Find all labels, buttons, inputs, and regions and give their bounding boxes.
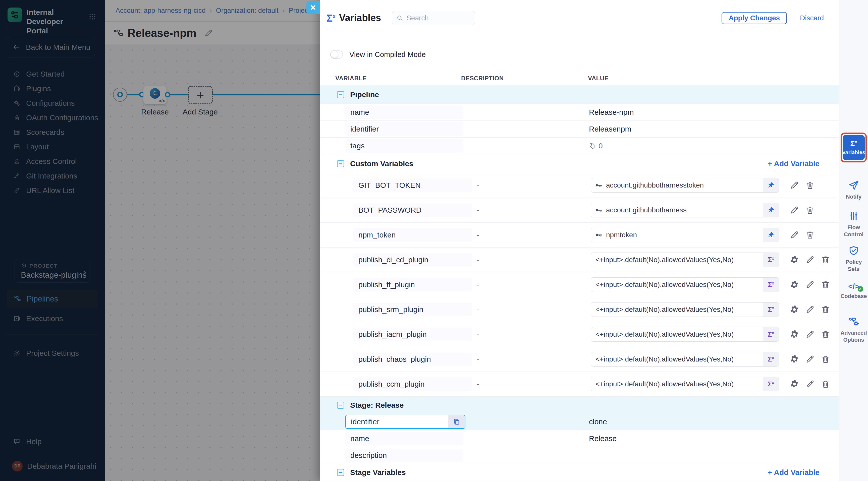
add-variable-button[interactable]: + Add Variable [768, 159, 819, 168]
input-type-button[interactable]: Σx [763, 352, 779, 366]
pin-button[interactable] [763, 228, 779, 242]
collapse-icon[interactable]: − [337, 160, 344, 167]
variable-description: - [461, 206, 588, 214]
delete-icon[interactable] [821, 305, 830, 314]
runtime-value: <+input>.default(No).allowedValues(Yes,N… [591, 256, 763, 264]
key-icon [595, 206, 602, 214]
variable-name: publish_srm_plugin [353, 303, 472, 316]
collapse-icon[interactable]: − [337, 469, 344, 476]
section-header-stage-variables: − Stage Variables + Add Variable [320, 464, 839, 481]
sigma-variables-icon: Σx [327, 13, 336, 23]
variable-description: - [461, 305, 588, 314]
tab-policy-sets[interactable]: Policy Sets [839, 245, 868, 272]
runtime-input[interactable]: <+input>.default(No).allowedValues(Yes,N… [591, 377, 779, 391]
collapse-icon[interactable]: − [337, 402, 344, 409]
collapse-icon[interactable]: − [337, 91, 344, 98]
delete-icon[interactable] [821, 379, 830, 389]
delete-icon[interactable] [821, 280, 830, 289]
secret-value-input[interactable]: account.githubbotharnesstoken [591, 178, 779, 193]
column-value: VALUE [588, 75, 839, 82]
edit-icon[interactable] [805, 330, 815, 339]
close-drawer-button[interactable]: ✕ [306, 1, 320, 14]
tab-label: Variables [842, 149, 865, 155]
key-icon [595, 231, 602, 239]
tab-flow-control[interactable]: Flow Control [839, 211, 868, 238]
compiled-mode-toggle[interactable] [330, 50, 343, 59]
runtime-input[interactable]: <+input>.default(No).allowedValues(Yes,N… [591, 253, 779, 267]
pin-button[interactable] [763, 178, 779, 192]
edit-icon[interactable] [789, 205, 799, 215]
tab-advanced-options[interactable]: Advanced Options [839, 316, 868, 344]
tab-label: Flow Control [839, 224, 868, 238]
delete-icon[interactable] [821, 330, 830, 339]
input-type-button[interactable]: Σx [763, 302, 779, 317]
edit-icon[interactable] [805, 305, 815, 314]
section-header-custom-variables: − Custom Variables + Add Variable [320, 154, 839, 173]
delete-icon[interactable] [805, 205, 815, 215]
add-variable-button[interactable]: + Add Variable [768, 468, 819, 477]
secret-value-input[interactable]: npmtoken [591, 228, 779, 242]
settings-icon[interactable] [789, 354, 799, 364]
edit-icon[interactable] [805, 379, 815, 389]
input-type-button[interactable]: Σx [763, 278, 779, 292]
table-row: GIT_BOT_TOKEN - account.githubbotharness… [320, 173, 839, 198]
variable-description: - [461, 355, 588, 363]
search-icon [396, 14, 403, 22]
section-header-stage-release: − Stage: Release [320, 397, 839, 414]
search-input[interactable] [406, 14, 464, 22]
edit-icon[interactable] [789, 181, 799, 190]
settings-icon[interactable] [789, 330, 799, 339]
variables-drawer: Σx Variables Apply Changes Discard View … [320, 0, 839, 481]
compiled-mode-row: View in Compiled Mode [330, 50, 839, 59]
delete-icon[interactable] [805, 230, 815, 240]
apply-changes-button[interactable]: Apply Changes [721, 12, 787, 24]
input-type-button[interactable]: Σx [763, 327, 779, 342]
table-header: VARIABLE DESCRIPTION VALUE [320, 75, 839, 82]
column-description: DESCRIPTION [461, 75, 588, 82]
identifier-input-value: identifier [346, 417, 448, 426]
variable-name: publish_ci_cd_plugin [353, 253, 472, 267]
edit-icon[interactable] [805, 280, 815, 289]
settings-icon[interactable] [789, 280, 799, 289]
input-type-button[interactable]: Σx [763, 377, 779, 391]
delete-icon[interactable] [821, 354, 830, 364]
discard-button[interactable]: Discard [800, 14, 824, 22]
modal-overlay[interactable] [0, 0, 320, 481]
settings-icon[interactable] [789, 255, 799, 265]
input-type-button[interactable]: Σx [763, 253, 779, 267]
variable-name: name [345, 432, 463, 445]
copy-button[interactable] [448, 415, 465, 428]
drawer-title: Variables [339, 12, 381, 23]
runtime-input[interactable]: <+input>.default(No).allowedValues(Yes,N… [591, 278, 779, 292]
edit-icon[interactable] [805, 354, 815, 364]
sigma-variables-icon: Σx [850, 140, 857, 147]
edit-icon[interactable] [789, 230, 799, 240]
section-label: Stage: Release [350, 401, 404, 410]
tab-notify[interactable]: Notify [839, 180, 868, 200]
edit-icon[interactable] [805, 255, 815, 265]
runtime-input[interactable]: <+input>.default(No).allowedValues(Yes,N… [591, 352, 779, 366]
settings-icon[interactable] [789, 379, 799, 389]
table-row: name Release [320, 430, 839, 447]
delete-icon[interactable] [805, 181, 815, 190]
table-row: tags 0 [320, 137, 839, 154]
identifier-input[interactable]: identifier [345, 415, 465, 429]
key-icon [595, 182, 602, 189]
tab-label: Advanced Options [839, 329, 868, 344]
runtime-value: <+input>.default(No).allowedValues(Yes,N… [591, 330, 763, 339]
variable-name: BOT_PASSWORD [353, 203, 472, 217]
tab-variables[interactable]: Σx Variables [843, 135, 865, 160]
variable-name: npm_token [353, 228, 472, 242]
table-row: name Release-npm [320, 104, 839, 121]
pin-button[interactable] [763, 203, 779, 217]
secret-value-input[interactable]: account.githubbotharness [591, 203, 779, 217]
table-row: publish_srm_plugin - <+input>.default(No… [320, 297, 839, 322]
tab-codebase[interactable]: </>✓ Codebase [839, 282, 868, 300]
table-row: publish_ccm_plugin - <+input>.default(No… [320, 372, 839, 397]
variable-value: Release-npm [588, 108, 839, 117]
settings-icon[interactable] [789, 305, 799, 314]
runtime-input[interactable]: <+input>.default(No).allowedValues(Yes,N… [591, 327, 779, 342]
runtime-input[interactable]: <+input>.default(No).allowedValues(Yes,N… [591, 302, 779, 317]
delete-icon[interactable] [821, 255, 830, 265]
column-variable: VARIABLE [335, 75, 461, 82]
